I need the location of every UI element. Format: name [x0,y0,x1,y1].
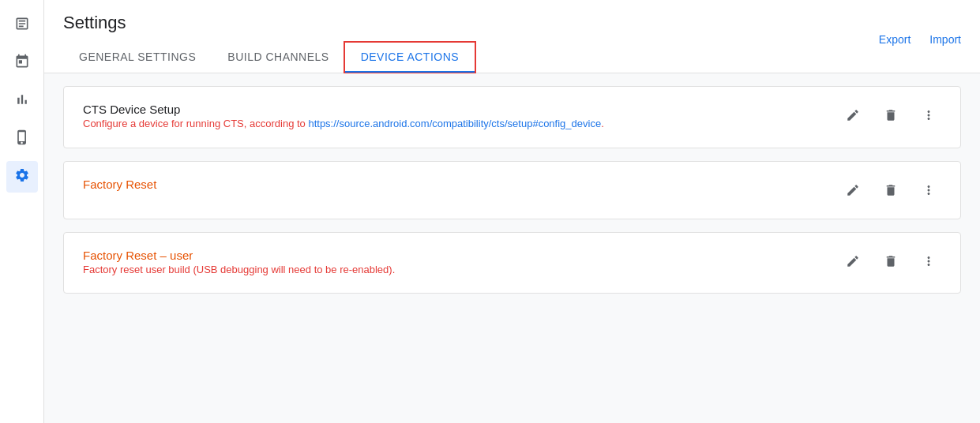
page-title: Settings [63,13,475,33]
card-factory-reset: Factory Reset [63,161,961,219]
settings-icon [14,167,30,187]
card-row: CTS Device Setup Configure a device for … [83,103,941,132]
device-icon [14,129,30,149]
analytics-icon [14,92,30,111]
tabs: General Settings Build Channels Device A… [63,43,475,73]
factory-reset-user-title: Factory Reset – user [83,249,821,262]
tab-general-settings[interactable]: General Settings [63,43,212,73]
export-link[interactable]: Export [879,33,911,46]
sidebar-item-calendar[interactable] [6,47,38,79]
header-actions: Export Import [879,33,961,46]
cts-actions [840,103,941,128]
card-row: Factory Reset – user Factory reset user … [83,249,941,278]
sidebar [0,0,44,423]
cts-edit-button[interactable] [840,103,865,128]
factory-reset-edit-button[interactable] [840,178,865,203]
factory-reset-title: Factory Reset [83,178,821,191]
import-link[interactable]: Import [929,33,961,46]
content-area: CTS Device Setup Configure a device for … [44,73,980,423]
card-content: Factory Reset – user Factory reset user … [83,249,821,278]
card-factory-reset-user: Factory Reset – user Factory reset user … [63,232,961,294]
cts-title: CTS Device Setup [83,103,821,116]
sidebar-item-device[interactable] [6,123,38,155]
sidebar-item-analytics[interactable] [6,85,38,117]
tab-device-actions[interactable]: Device Actions [345,43,475,73]
card-row: Factory Reset [83,178,941,203]
sidebar-item-tasks[interactable] [6,9,38,41]
tasks-icon [14,16,30,36]
factory-reset-user-edit-button[interactable] [840,249,865,274]
factory-reset-user-actions [840,249,941,274]
factory-reset-user-delete-button[interactable] [878,249,903,274]
card-content: CTS Device Setup Configure a device for … [83,103,821,132]
factory-reset-user-description: Factory reset user build (USB debugging … [83,262,821,278]
factory-reset-delete-button[interactable] [878,178,903,203]
card-content: Factory Reset [83,178,821,191]
cts-link[interactable]: https://source.android.com/compatibility… [308,118,601,129]
calendar-icon [14,54,30,73]
header-left: Settings General Settings Build Channels… [63,13,475,73]
factory-reset-user-more-button[interactable] [916,249,941,274]
sidebar-item-settings[interactable] [6,161,38,193]
tab-build-channels[interactable]: Build Channels [212,43,344,73]
cts-description: Configure a device for running CTS, acco… [83,116,821,132]
main-content: Settings General Settings Build Channels… [44,0,980,423]
factory-reset-more-button[interactable] [916,178,941,203]
factory-reset-actions [840,178,941,203]
cts-more-button[interactable] [916,103,941,128]
header: Settings General Settings Build Channels… [44,0,980,73]
card-cts-device-setup: CTS Device Setup Configure a device for … [63,86,961,148]
cts-delete-button[interactable] [878,103,903,128]
